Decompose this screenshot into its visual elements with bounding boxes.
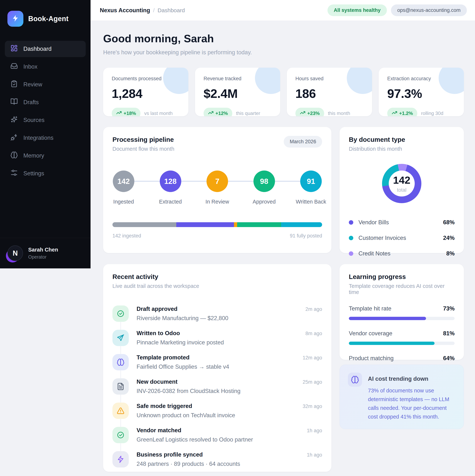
sidebar: Book-Agent Dashboard Inbox Review bbox=[0, 0, 91, 268]
breadcrumb-page: Dashboard bbox=[158, 7, 185, 14]
stage-extracted: 128 Extracted bbox=[160, 170, 181, 205]
learning-subtitle: Template coverage reduces AI cost over t… bbox=[349, 283, 455, 295]
stage-label: Approved bbox=[253, 199, 275, 205]
activity-item[interactable]: Template promoted 12m ago Fairfield Offi… bbox=[112, 350, 322, 374]
user-profile[interactable]: N Sarah Chen Operator bbox=[0, 238, 91, 268]
inbox-icon bbox=[10, 62, 18, 71]
stat-label: Extraction accuracy bbox=[387, 76, 455, 82]
activity-item[interactable]: Vendor matched 1h ago GreenLeaf Logistic… bbox=[112, 423, 322, 447]
activity-item[interactable]: Written to Odoo 8m ago Pinnacle Marketin… bbox=[112, 326, 322, 350]
legend-label: Credit Notes bbox=[359, 250, 390, 257]
plug-zap-icon bbox=[10, 134, 18, 142]
sidebar-item-label: Settings bbox=[23, 170, 44, 177]
brain-icon bbox=[348, 373, 362, 387]
activity-item[interactable]: Draft approved 2m ago Riverside Manufact… bbox=[112, 301, 322, 326]
stage-label: In Review bbox=[205, 199, 229, 205]
account-email-pill[interactable]: ops@nexus-accounting.com bbox=[391, 4, 467, 16]
activity-item-detail: INV-2026-0382 from CloudStack Hosting bbox=[137, 388, 322, 394]
activity-item[interactable]: New document 25m ago INV-2026-0382 from … bbox=[112, 374, 322, 399]
legend-label: Vendor Bills bbox=[359, 219, 389, 226]
brand-name: Book-Agent bbox=[28, 15, 69, 23]
sidebar-item-drafts[interactable]: Drafts bbox=[5, 94, 86, 110]
stat-card-accuracy: Extraction accuracy 97.3% +1.2% rolling … bbox=[379, 68, 464, 116]
main-content: Good morning, Sarah Here's how your book… bbox=[91, 21, 475, 476]
sidebar-item-sources[interactable]: Sources bbox=[5, 112, 86, 128]
recent-activity-card: Recent activity Live audit trail across … bbox=[103, 264, 331, 472]
progress-track bbox=[349, 342, 455, 345]
stat-card-hours: Hours saved 186 +23% this month bbox=[287, 68, 372, 116]
topbar: Nexus Accounting / Dashboard All systems… bbox=[91, 0, 475, 21]
progress-fill bbox=[349, 342, 435, 345]
delta-badge: +12% bbox=[203, 108, 232, 116]
brain-icon bbox=[10, 151, 18, 160]
bar-note-right: 91 fully posted bbox=[290, 233, 322, 239]
stat-period: vs last month bbox=[144, 110, 173, 116]
document-icon bbox=[112, 378, 129, 395]
stat-value: 97.3% bbox=[387, 86, 455, 101]
stage-count: 7 bbox=[206, 170, 228, 192]
sidebar-item-dashboard[interactable]: Dashboard bbox=[5, 41, 86, 57]
clipboard-check-icon bbox=[10, 80, 18, 89]
pipeline-subtitle: Document flow this month bbox=[112, 146, 174, 152]
delta-badge: +1.2% bbox=[387, 108, 417, 116]
stat-period: this quarter bbox=[236, 110, 260, 116]
stage-count: 128 bbox=[160, 170, 181, 192]
sidebar-item-memory[interactable]: Memory bbox=[5, 148, 86, 164]
sidebar-item-settings[interactable]: Settings bbox=[5, 165, 86, 182]
activity-item[interactable]: Business profile synced 1h ago 248 partn… bbox=[112, 447, 322, 471]
metric-label: Product matching bbox=[349, 355, 394, 362]
learning-progress-card: Learning progress Template coverage redu… bbox=[340, 264, 464, 360]
page-title: Good morning, Sarah bbox=[103, 32, 464, 45]
donut-legend: Vendor Bills 68% Customer Invoices 24% C… bbox=[349, 219, 455, 257]
pipeline-stages: 142 Ingested 128 Extracted 7 In Review 9… bbox=[112, 170, 322, 205]
doctype-title: By document type bbox=[349, 136, 455, 143]
delta-value: +18% bbox=[124, 110, 136, 116]
donut-total-label: total bbox=[397, 187, 406, 193]
bar-segment-extracted bbox=[176, 222, 234, 227]
stage-count: 142 bbox=[113, 170, 134, 192]
metric-value: 81% bbox=[443, 330, 455, 337]
sidebar-item-integrations[interactable]: Integrations bbox=[5, 130, 86, 146]
activity-item-title: Written to Odoo bbox=[137, 330, 180, 337]
stat-period: rolling 30d bbox=[421, 110, 443, 116]
activity-item-time: 2m ago bbox=[305, 306, 322, 312]
activity-item-title: New document bbox=[137, 378, 177, 385]
delta-value: +1.2% bbox=[399, 110, 413, 116]
metric-value: 64% bbox=[443, 355, 455, 362]
stat-label: Hours saved bbox=[295, 76, 364, 82]
activity-item-detail: Fairfield Office Supplies → stable v4 bbox=[137, 363, 322, 370]
activity-item-title: Safe mode triggered bbox=[137, 403, 192, 409]
stat-value: 1,284 bbox=[112, 86, 180, 101]
activity-item-title: Draft approved bbox=[137, 306, 177, 312]
dashboard-grid-icon bbox=[10, 45, 18, 53]
sidebar-item-label: Dashboard bbox=[23, 46, 52, 52]
period-selector[interactable]: March 2026 bbox=[284, 136, 322, 148]
activity-item-time: 1h ago bbox=[307, 452, 322, 458]
stat-value: $2.4M bbox=[203, 86, 272, 101]
ai-note-title: AI cost trending down bbox=[368, 373, 453, 382]
activity-item[interactable]: Safe mode triggered 32m ago Unknown prod… bbox=[112, 399, 322, 423]
brand[interactable]: Book-Agent bbox=[0, 0, 91, 32]
progress-track bbox=[349, 317, 455, 320]
activity-item-detail: Pinnacle Marketing invoice posted bbox=[137, 339, 322, 346]
activity-subtitle: Live audit trail across the workspace bbox=[112, 283, 322, 289]
breadcrumb-root[interactable]: Nexus Accounting bbox=[100, 7, 150, 14]
progress-fill bbox=[349, 317, 426, 320]
legend-value: 24% bbox=[443, 235, 455, 241]
sidebar-item-review[interactable]: Review bbox=[5, 76, 86, 93]
stat-period: this month bbox=[328, 110, 350, 116]
sidebar-item-inbox[interactable]: Inbox bbox=[5, 59, 86, 75]
delta-badge: +23% bbox=[295, 108, 324, 116]
sidebar-item-label: Sources bbox=[23, 117, 45, 123]
learning-title: Learning progress bbox=[349, 273, 455, 280]
warning-triangle-icon bbox=[112, 403, 129, 419]
avatar-letter: N bbox=[7, 245, 23, 261]
sidebar-item-label: Memory bbox=[23, 152, 44, 159]
bolt-icon bbox=[112, 451, 129, 467]
user-role: Operator bbox=[28, 254, 58, 260]
breadcrumb-separator: / bbox=[153, 7, 155, 14]
page-subtitle: Here's how your bookkeeping pipeline is … bbox=[103, 49, 464, 56]
document-type-card: By document type Distribution this month… bbox=[340, 127, 464, 253]
trending-up-icon bbox=[392, 110, 397, 116]
legend-value: 68% bbox=[443, 219, 455, 226]
